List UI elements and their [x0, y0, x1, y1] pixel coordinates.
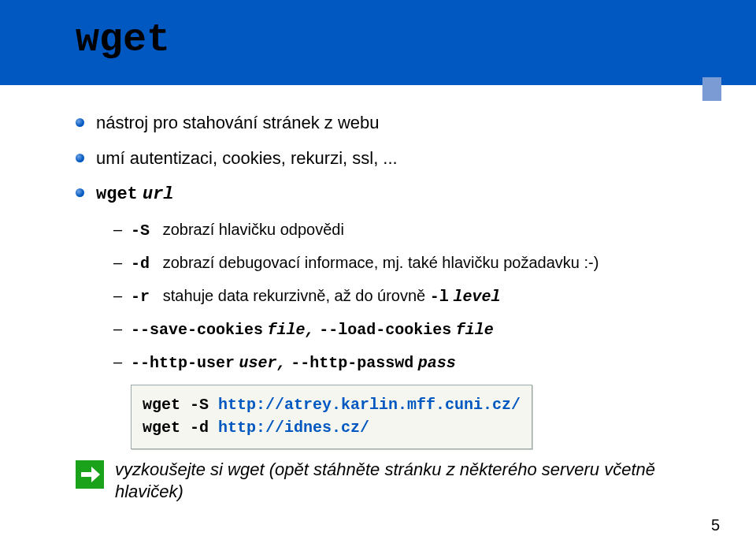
- bullet-features: umí autentizaci, cookies, rekurzi, ssl, …: [76, 147, 709, 170]
- opt-r-desc: stahuje data rekurzivně, až do úrovně: [163, 287, 426, 304]
- opt-cookies: --save-cookies file, --load-cookies file: [76, 318, 709, 340]
- slide-content: nástroj pro stahování stránek z webu umí…: [76, 112, 709, 504]
- opt-save-file: file,: [268, 321, 315, 339]
- opt-r-l: -l: [430, 288, 449, 306]
- code-cmd-2: wget -d: [143, 419, 218, 437]
- cmd-wget: wget: [96, 184, 138, 204]
- opt-S-desc: zobrazí hlavičku odpovědi: [163, 221, 344, 238]
- opt-r-level: level: [453, 288, 500, 306]
- opt-r: -r stahuje data rekurzivně, až do úrovně…: [76, 285, 709, 307]
- slide-title: wget: [76, 17, 170, 62]
- page-number: 5: [711, 516, 720, 534]
- code-line-2: wget -d http://idnes.cz/: [143, 416, 521, 439]
- code-url-2: http://idnes.cz/: [218, 419, 369, 437]
- arrow-right-icon: [76, 460, 104, 489]
- code-line-1: wget -S http://atrey.karlin.mff.cuni.cz/: [143, 393, 521, 416]
- bullet-usage: wget url: [76, 182, 709, 207]
- opt-S: -S zobrazí hlavičku odpovědi: [76, 219, 709, 241]
- opt-d-desc: zobrazí debugovací informace, mj. také h…: [163, 254, 599, 271]
- opt-http-user-val: user,: [239, 354, 287, 372]
- opt-http-auth: --http-user user, --http-passwd pass: [76, 352, 709, 374]
- opt-http-passwd: --http-passwd: [291, 354, 413, 372]
- cmd-url-arg: url: [143, 184, 174, 204]
- exercise-row: vyzkoušejte si wget (opět stáhněte strán…: [76, 459, 709, 504]
- code-example-box: wget -S http://atrey.karlin.mff.cuni.cz/…: [131, 385, 532, 449]
- opt-http-passwd-val: pass: [418, 354, 456, 372]
- opt-load-cookies: --load-cookies: [319, 321, 451, 339]
- code-cmd-1: wget -S: [143, 396, 218, 414]
- exercise-text: vyzkoušejte si wget (opět stáhněte strán…: [115, 459, 709, 504]
- opt-d-flag: -d: [131, 255, 150, 273]
- opt-load-file: file: [456, 321, 494, 339]
- bullet-tool-desc: nástroj pro stahování stránek z webu: [76, 112, 709, 135]
- code-url-1: http://atrey.karlin.mff.cuni.cz/: [218, 396, 521, 414]
- opt-r-flag: -r: [131, 288, 150, 306]
- opt-S-flag: -S: [131, 221, 150, 240]
- opt-d: -d zobrazí debugovací informace, mj. tak…: [76, 252, 709, 274]
- side-accent: [702, 77, 721, 101]
- opt-save-cookies: --save-cookies: [131, 321, 263, 339]
- opt-http-user: --http-user: [131, 354, 235, 372]
